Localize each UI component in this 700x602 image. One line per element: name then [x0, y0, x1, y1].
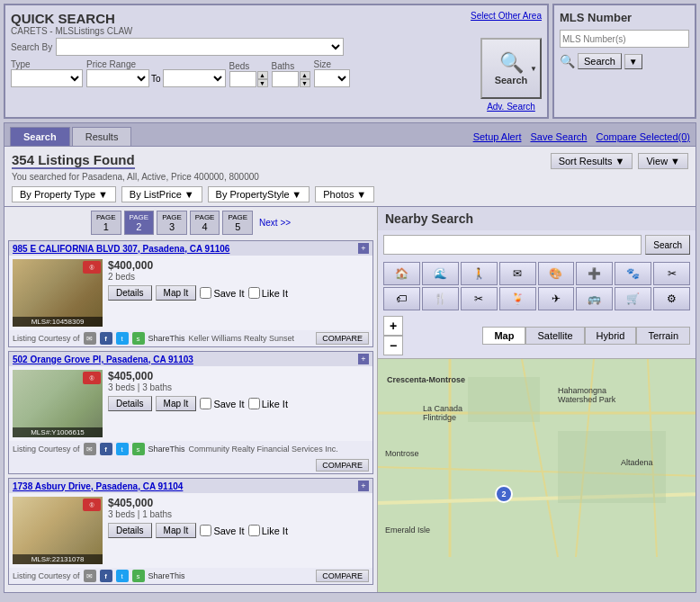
map-tab-hybrid[interactable]: Hybrid — [585, 327, 637, 345]
poi-btn-art[interactable]: 🎨 — [538, 262, 575, 285]
share-icon-3[interactable]: s — [132, 570, 145, 582]
filter-list-price[interactable]: By ListPrice ▼ — [121, 186, 202, 202]
share-icon-2[interactable]: s — [132, 443, 145, 455]
search-by-select[interactable] — [56, 38, 344, 56]
fb-icon-1[interactable]: f — [100, 332, 112, 345]
saveit-check-2[interactable]: Save It — [200, 396, 244, 411]
zoom-in-btn[interactable]: + — [383, 316, 403, 336]
search-button-main[interactable]: 🔍 Search ▼ — [480, 38, 542, 99]
filter-property-type[interactable]: By Property Type ▼ — [12, 186, 116, 202]
listing-3-expand-btn[interactable]: + — [358, 481, 369, 491]
quick-search-subtitle: CARETS - MLSListings CLAW — [11, 26, 132, 36]
view-btn[interactable]: View ▼ — [638, 153, 688, 169]
page-3[interactable]: PAGE 3 — [157, 211, 187, 235]
page-2[interactable]: PAGE 2 — [124, 211, 155, 235]
baths-down-btn[interactable]: ▼ — [300, 79, 310, 87]
listing-3-address[interactable]: 1738 Asbury Drive, Pasadena, CA 91104 — [13, 481, 183, 491]
details-btn-1[interactable]: Details — [108, 285, 152, 301]
compare-btn-3[interactable]: COMPARE — [316, 570, 369, 582]
tw-icon-1[interactable]: t — [116, 332, 129, 345]
page-4[interactable]: PAGE 4 — [190, 211, 220, 235]
map-tab-terrain[interactable]: Terrain — [636, 327, 690, 345]
tw-icon-3[interactable]: t — [116, 570, 129, 582]
mapit-btn-3[interactable]: Map It — [156, 523, 197, 538]
mls-search-button[interactable]: Search — [578, 53, 622, 69]
poi-btn-food[interactable]: 🍴 — [422, 287, 459, 310]
map-container[interactable]: Crescenta-Montrose La CanadaFlintridge H… — [378, 358, 696, 592]
price-from-select[interactable] — [86, 69, 149, 87]
poi-btn-cut[interactable]: ✂ — [461, 287, 498, 310]
nearby-search-btn[interactable]: Search — [645, 235, 690, 255]
filter-property-style[interactable]: By PropertyStyle ▼ — [208, 186, 310, 202]
poi-btn-drink[interactable]: 🍹 — [499, 287, 536, 310]
poi-btn-tag[interactable]: 🏷 — [383, 287, 420, 310]
tw-icon-2[interactable]: t — [116, 443, 129, 455]
poi-btn-bus[interactable]: 🚌 — [576, 287, 613, 310]
setup-alert-link[interactable]: Setup Alert — [473, 131, 522, 142]
poi-btn-pets[interactable]: 🐾 — [615, 262, 651, 285]
map-tab-satellite[interactable]: Satellite — [525, 327, 584, 345]
poi-btn-gear[interactable]: ⚙ — [653, 287, 690, 310]
size-select[interactable] — [314, 69, 350, 87]
filter-photos[interactable]: Photos ▼ — [315, 186, 374, 202]
listing-2-mls: MLS#:Y1006615 — [13, 427, 103, 437]
mapit-btn-1[interactable]: Map It — [156, 285, 197, 301]
email-icon-1[interactable]: ✉ — [84, 332, 96, 345]
zoom-out-btn[interactable]: − — [383, 336, 403, 355]
poi-btn-walk[interactable]: 🚶 — [461, 262, 498, 285]
beds-up-btn[interactable]: ▲ — [257, 71, 268, 79]
price-to-select[interactable] — [163, 69, 226, 87]
map-tab-map[interactable]: Map — [482, 327, 525, 345]
select-other-area-link[interactable]: Select Other Area — [471, 11, 542, 21]
beds-input[interactable] — [229, 71, 256, 87]
tab-results[interactable]: Results — [72, 127, 132, 146]
sort-results-btn[interactable]: Sort Results ▼ — [551, 153, 633, 169]
saveit-check-1[interactable]: Save It — [200, 285, 244, 301]
mapit-btn-2[interactable]: Map It — [156, 396, 197, 411]
fb-icon-2[interactable]: f — [100, 443, 112, 455]
poi-btn-water[interactable]: 🌊 — [422, 262, 459, 285]
save-search-link[interactable]: Save Search — [530, 131, 587, 142]
page-5[interactable]: PAGE 5 — [222, 211, 253, 235]
mls-input[interactable] — [560, 30, 689, 48]
baths-up-btn[interactable]: ▲ — [300, 71, 310, 79]
adv-search-link[interactable]: Adv. Search — [487, 102, 535, 112]
listing-1-mls: MLS#:10458309 — [13, 317, 103, 327]
details-btn-2[interactable]: Details — [108, 396, 152, 411]
results-count: 354 Listings Found — [12, 152, 135, 169]
email-icon-3[interactable]: ✉ — [84, 570, 96, 582]
mls-dropdown-button[interactable]: ▼ — [624, 54, 642, 69]
listing-2-address[interactable]: 502 Orange Grove Pl, Pasadena, CA 91103 — [13, 355, 193, 364]
compare-btn-1[interactable]: COMPARE — [316, 332, 369, 345]
compare-btn-2[interactable]: COMPARE — [316, 459, 369, 472]
fb-icon-3[interactable]: f — [100, 570, 112, 582]
nearby-search-input[interactable] — [383, 235, 642, 255]
likeit-check-2[interactable]: Like It — [248, 396, 288, 411]
type-select[interactable] — [11, 69, 83, 87]
map-marker-2[interactable]: 2 — [495, 485, 513, 503]
next-page-btn[interactable]: Next >> — [259, 218, 291, 228]
listing-2-expand-btn[interactable]: + — [358, 354, 369, 364]
page-1[interactable]: PAGE 1 — [91, 211, 121, 235]
poi-btn-cart[interactable]: 🛒 — [615, 287, 651, 310]
listing-1-address[interactable]: 985 E CALIFORNIA BLVD 307, Pasadena, CA … — [13, 244, 229, 254]
compare-selected-link[interactable]: Compare Selected(0) — [596, 131, 690, 142]
baths-input[interactable] — [272, 71, 299, 87]
poi-btn-home[interactable]: 🏠 — [383, 262, 420, 285]
listing-3-realtor-badge: ® — [83, 499, 101, 511]
likeit-check-1[interactable]: Like It — [248, 285, 288, 301]
likeit-check-3[interactable]: Like It — [248, 523, 288, 538]
poi-btn-plane[interactable]: ✈ — [538, 287, 575, 310]
poi-btn-scissors[interactable]: ✂ — [653, 262, 690, 285]
share-text-3: ShareThis — [148, 571, 185, 580]
tab-search[interactable]: Search — [10, 127, 70, 146]
listing-expand-btn[interactable]: + — [358, 243, 369, 254]
poi-btn-plus[interactable]: ➕ — [576, 262, 613, 285]
email-icon-2[interactable]: ✉ — [84, 443, 96, 455]
details-btn-3[interactable]: Details — [108, 523, 152, 538]
size-label: Size — [314, 59, 350, 69]
beds-down-btn[interactable]: ▼ — [257, 79, 268, 87]
share-icon-1[interactable]: s — [132, 332, 145, 345]
poi-btn-mail[interactable]: ✉ — [499, 262, 536, 285]
saveit-check-3[interactable]: Save It — [200, 523, 244, 538]
